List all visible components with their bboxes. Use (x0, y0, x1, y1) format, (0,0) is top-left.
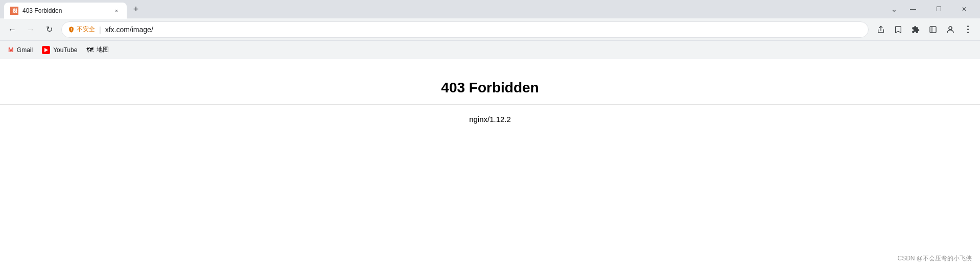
security-text: 不安全 (77, 25, 95, 34)
three-dots-icon (967, 26, 969, 33)
bookmark-youtube-label: YouTube (53, 46, 77, 54)
title-bar: 🖼 403 Forbidden × + ⌄ — ❐ ✕ (0, 0, 980, 18)
profile-button[interactable] (942, 21, 959, 38)
active-tab[interactable]: 🖼 403 Forbidden × (4, 3, 127, 19)
page-title: 403 Forbidden (441, 80, 539, 96)
svg-rect-2 (930, 27, 936, 33)
page-watermark: CSDN @不会压弯的小飞侠 (897, 254, 972, 263)
chrome-dropdown-button[interactable]: ⌄ (887, 2, 901, 16)
forward-button[interactable]: → (22, 21, 39, 38)
toolbar: ← → ↻ 不安全 | xfx.com/image/ (0, 18, 980, 41)
address-bar[interactable]: 不安全 | xfx.com/image/ (61, 21, 869, 38)
youtube-play-icon (44, 48, 48, 52)
bookmark-gmail[interactable]: M Gmail (4, 44, 37, 56)
tab-favicon: 🖼 (10, 7, 18, 15)
close-button[interactable]: ✕ (952, 0, 976, 18)
youtube-icon (42, 46, 50, 54)
bookmark-gmail-label: Gmail (17, 46, 33, 54)
new-tab-button[interactable]: + (129, 2, 143, 16)
minimize-button[interactable]: — (901, 0, 925, 18)
bookmark-maps-label: 地图 (97, 45, 109, 54)
share-button[interactable] (873, 21, 889, 38)
page-subtitle: nginx/1.12.2 (469, 115, 511, 124)
page-divider (0, 104, 980, 105)
bookmark-maps[interactable]: 🗺 地图 (82, 43, 113, 56)
extensions-button[interactable] (907, 21, 924, 38)
maximize-button[interactable]: ❐ (927, 0, 950, 18)
tab-area: 🖼 403 Forbidden × + (4, 0, 887, 18)
address-divider: | (99, 26, 101, 34)
gmail-icon: M (8, 46, 14, 54)
bookmark-youtube[interactable]: YouTube (38, 44, 81, 56)
reload-button[interactable]: ↻ (41, 21, 57, 38)
tab-title: 403 Forbidden (22, 7, 108, 14)
page-content: 403 Forbidden nginx/1.12.2 CSDN @不会压弯的小飞… (0, 59, 980, 267)
svg-point-1 (71, 30, 72, 31)
security-icon: 不安全 (68, 25, 95, 34)
chrome-menu: ⌄ (887, 2, 901, 16)
sidebar-button[interactable] (925, 21, 941, 38)
address-url[interactable]: xfx.com/image/ (105, 26, 862, 34)
window-controls: — ❐ ✕ (901, 0, 976, 18)
svg-point-4 (949, 27, 952, 30)
tab-close-button[interactable]: × (112, 7, 121, 15)
bookmarks-bar: M Gmail YouTube 🗺 地图 (0, 41, 980, 59)
maps-icon: 🗺 (86, 46, 94, 54)
back-button[interactable]: ← (4, 21, 20, 38)
bookmark-button[interactable] (890, 21, 906, 38)
more-button[interactable] (960, 21, 976, 38)
toolbar-actions (873, 21, 976, 38)
